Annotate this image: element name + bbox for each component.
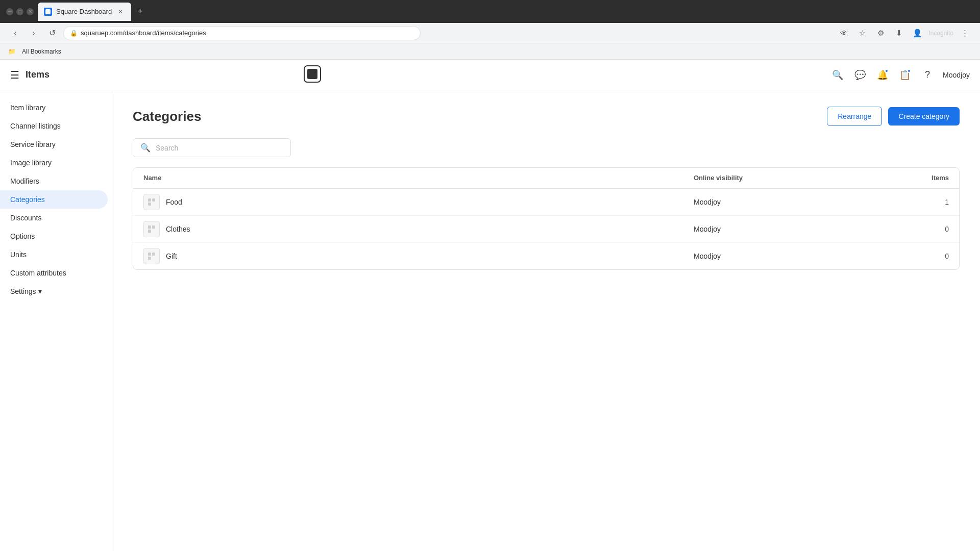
app-title: Items: [26, 69, 50, 80]
svg-rect-6: [148, 226, 151, 229]
create-category-button[interactable]: Create category: [888, 107, 960, 126]
svg-rect-9: [148, 253, 151, 256]
notification-dot: [885, 69, 889, 73]
bookmarks-bar: 📁 All Bookmarks: [0, 43, 980, 60]
table-row[interactable]: Clothes Moodjoy 0: [133, 216, 959, 243]
sidebar-item-options[interactable]: Options: [0, 227, 108, 245]
search-box: 🔍: [133, 138, 291, 157]
main-layout: Item library Channel listings Service li…: [0, 90, 980, 551]
search-input[interactable]: [156, 144, 268, 152]
svg-rect-3: [148, 198, 151, 202]
svg-rect-4: [152, 198, 155, 202]
table-row[interactable]: Gift Moodjoy 0: [133, 243, 959, 269]
browser-chrome: ─ □ ✕ Square Dashboard ✕ +: [0, 0, 980, 23]
name-cell: Clothes: [143, 221, 694, 237]
svg-rect-8: [148, 230, 151, 233]
svg-rect-10: [152, 253, 155, 256]
lock-icon: 🔒: [70, 30, 78, 37]
tab-title: Square Dashboard: [56, 8, 112, 15]
sidebar: Item library Channel listings Service li…: [0, 90, 112, 551]
chat-btn[interactable]: 💬: [851, 66, 869, 84]
header-actions: Rearrange Create category: [827, 107, 960, 126]
close-btn[interactable]: ✕: [27, 8, 34, 15]
search-btn[interactable]: 🔍: [828, 66, 847, 84]
category-icon: [143, 248, 160, 264]
category-icon: [143, 221, 160, 237]
sidebar-item-categories[interactable]: Categories: [0, 190, 108, 209]
sidebar-item-units[interactable]: Units: [0, 245, 108, 264]
search-container: 🔍: [133, 138, 960, 157]
content-area: Categories Rearrange Create category 🔍 N…: [112, 90, 980, 551]
menu-toggle-btn[interactable]: ☰: [10, 69, 19, 81]
svg-rect-0: [45, 9, 51, 14]
eye-slash-icon[interactable]: 👁: [837, 26, 851, 40]
reload-btn[interactable]: ↺: [45, 26, 59, 40]
sidebar-item-discounts[interactable]: Discounts: [0, 209, 108, 227]
table-header: Name Online visibility Items: [133, 168, 959, 189]
categories-table: Name Online visibility Items Food Moodjo…: [133, 167, 960, 270]
clipboard-btn[interactable]: 📋: [896, 66, 914, 84]
items-cell: 0: [847, 225, 949, 233]
rearrange-button[interactable]: Rearrange: [827, 107, 882, 126]
user-name[interactable]: Moodjoy: [943, 71, 970, 79]
sidebar-item-item-library[interactable]: Item library: [0, 98, 108, 117]
sidebar-item-image-library[interactable]: Image library: [0, 154, 108, 172]
download-icon[interactable]: ⬇: [892, 26, 906, 40]
tab-bar: Square Dashboard ✕ +: [38, 3, 974, 21]
app-header: ☰ Items 🔍 💬 🔔 📋 ? Moodjoy: [0, 60, 980, 90]
svg-rect-2: [307, 69, 317, 79]
items-cell: 1: [847, 198, 949, 206]
help-btn[interactable]: ?: [918, 66, 937, 84]
url-field[interactable]: 🔒 squaruep.com/dashboard/items/categorie…: [63, 26, 421, 40]
name-cell: Food: [143, 194, 694, 210]
sidebar-item-service-library[interactable]: Service library: [0, 135, 108, 154]
extensions-icon[interactable]: ⚙: [873, 26, 888, 40]
all-bookmarks-label[interactable]: All Bookmarks: [22, 48, 61, 55]
star-icon[interactable]: ☆: [855, 26, 869, 40]
sidebar-item-channel-listings[interactable]: Channel listings: [0, 117, 108, 135]
visibility-cell: Moodjoy: [694, 252, 847, 260]
browser-controls: ─ □ ✕: [6, 8, 34, 15]
forward-btn[interactable]: ›: [27, 26, 41, 40]
menu-dots-icon[interactable]: ⋮: [958, 26, 972, 40]
sidebar-item-modifiers[interactable]: Modifiers: [0, 172, 108, 190]
page-title: Categories: [133, 109, 201, 124]
name-cell: Gift: [143, 248, 694, 264]
minimize-btn[interactable]: ─: [6, 8, 13, 15]
maximize-btn[interactable]: □: [16, 8, 23, 15]
url-bar-icons: 👁 ☆ ⚙ ⬇ 👤 Incognito ⋮: [837, 26, 972, 40]
header-icons: 🔍 💬 🔔 📋 ? Moodjoy: [828, 66, 970, 84]
tab-favicon: [44, 8, 52, 16]
new-tab-btn[interactable]: +: [133, 6, 147, 17]
app-logo: [303, 65, 322, 85]
back-btn[interactable]: ‹: [8, 26, 22, 40]
table-row[interactable]: Food Moodjoy 1: [133, 189, 959, 216]
notifications-btn[interactable]: 🔔: [873, 66, 892, 84]
bookmarks-folder-icon: 📁: [8, 48, 16, 55]
url-text: squaruep.com/dashboard/items/categories: [81, 29, 414, 37]
incognito-label: Incognito: [928, 30, 953, 37]
url-bar-row: ‹ › ↺ 🔒 squaruep.com/dashboard/items/cat…: [0, 23, 980, 43]
clipboard-dot: [907, 69, 911, 73]
visibility-cell: Moodjoy: [694, 225, 847, 233]
active-tab[interactable]: Square Dashboard ✕: [38, 3, 131, 21]
sidebar-item-settings[interactable]: Settings ▾: [0, 282, 108, 300]
svg-rect-7: [152, 226, 155, 229]
column-header-name: Name: [143, 174, 694, 182]
profile-icon[interactable]: 👤: [910, 26, 924, 40]
category-icon: [143, 194, 160, 210]
tab-close-btn[interactable]: ✕: [116, 7, 125, 16]
svg-rect-11: [148, 257, 151, 260]
content-header: Categories Rearrange Create category: [133, 107, 960, 126]
items-cell: 0: [847, 252, 949, 260]
sidebar-item-custom-attributes[interactable]: Custom attributes: [0, 264, 108, 282]
svg-rect-5: [148, 203, 151, 206]
visibility-cell: Moodjoy: [694, 198, 847, 206]
search-icon: 🔍: [140, 143, 151, 153]
settings-chevron-icon: ▾: [38, 287, 42, 295]
column-header-visibility: Online visibility: [694, 174, 847, 182]
column-header-items: Items: [847, 174, 949, 182]
